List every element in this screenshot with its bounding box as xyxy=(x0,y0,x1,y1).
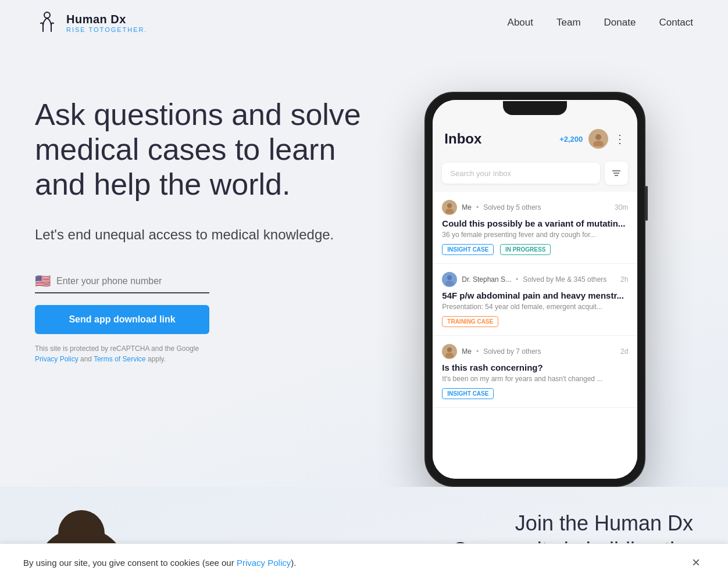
brand-tagline: RISE TOTOGETHER. xyxy=(66,26,148,33)
flag-icon: 🇺🇸 xyxy=(35,274,51,289)
search-placeholder: Search your inbox xyxy=(450,169,511,178)
cookie-suffix: ). xyxy=(291,558,296,568)
hero-section: Ask questions and solve medical cases to… xyxy=(0,45,728,487)
svg-point-3 xyxy=(595,134,601,140)
case-title: Could this possibly be a variant of muta… xyxy=(442,218,628,228)
privacy-policy-link[interactable]: Privacy Policy xyxy=(35,355,78,363)
case-meta-left: Dr. Stephan S... • Solved by Me & 345 ot… xyxy=(442,272,606,287)
nav-about[interactable]: About xyxy=(508,17,533,28)
phone-notch xyxy=(503,101,567,115)
nav-team[interactable]: Team xyxy=(556,17,581,28)
cookie-close-button[interactable]: × xyxy=(687,554,705,571)
tag-insight: INSIGHT CASE xyxy=(442,388,494,399)
tag-insight: INSIGHT CASE xyxy=(442,244,494,255)
more-icon[interactable]: ⋮ xyxy=(614,132,626,146)
app-title: Inbox xyxy=(444,131,481,147)
phone-input[interactable] xyxy=(56,276,209,286)
hero-subtitle: Let's end unequal access to medical know… xyxy=(35,225,377,245)
cookie-privacy-link[interactable]: Privacy Policy xyxy=(237,558,291,568)
tagline-blue: TO xyxy=(89,26,100,33)
svg-point-0 xyxy=(44,12,50,18)
phone-input-row: 🇺🇸 xyxy=(35,274,209,293)
case-time: 2d xyxy=(620,347,628,356)
case-solved: Solved by Me & 345 others xyxy=(523,275,606,284)
case-item[interactable]: Me • Solved by 7 others 2d Is this rash … xyxy=(433,336,637,408)
phone-mockup: Inbox +2,200 ⋮ Search your inbox xyxy=(424,92,645,487)
nav-donate[interactable]: Donate xyxy=(604,17,636,28)
cookie-text: By using our site, you give consent to c… xyxy=(23,558,296,568)
recaptcha-text: This site is protected by reCAPTCHA and … xyxy=(35,343,209,364)
cta-button[interactable]: Send app download link xyxy=(35,305,209,334)
hero-title: Ask questions and solve medical cases to… xyxy=(35,98,377,202)
case-list: Me • Solved by 5 others 30m Could this p… xyxy=(433,192,637,479)
tag-training: TRAINING CASE xyxy=(442,316,498,327)
logo-icon xyxy=(35,10,59,35)
case-meta: Me • Solved by 5 others 30m xyxy=(442,200,628,215)
case-solved: Solved by 5 others xyxy=(483,203,541,211)
terms-of-service-link[interactable]: Terms of Service xyxy=(94,355,145,363)
case-meta-left: Me • Solved by 5 others xyxy=(442,200,541,215)
case-preview: It's been on my arm for years and hasn't… xyxy=(442,375,628,383)
phone-screen: Inbox +2,200 ⋮ Search your inbox xyxy=(433,100,637,479)
case-avatar xyxy=(442,200,457,215)
case-title: 54F p/w abdominal pain and heavy menstr.… xyxy=(442,290,628,300)
svg-point-13 xyxy=(445,353,454,358)
case-item[interactable]: Me • Solved by 5 others 30m Could this p… xyxy=(433,192,637,264)
svg-point-11 xyxy=(445,281,454,286)
logo[interactable]: Human Dx RISE TOTOGETHER. xyxy=(35,10,148,35)
tagline-prefix: RISE xyxy=(66,26,89,33)
search-input[interactable]: Search your inbox xyxy=(442,163,600,184)
case-title: Is this rash concerning? xyxy=(442,363,628,372)
case-tags: TRAINING CASE xyxy=(442,315,628,327)
case-author: Me xyxy=(462,347,472,356)
case-author: Me xyxy=(462,203,472,211)
case-avatar xyxy=(442,344,457,359)
case-preview: 36 yo female presenting fever and dry co… xyxy=(442,231,628,239)
case-author: Dr. Stephan S... xyxy=(462,275,511,284)
svg-point-9 xyxy=(445,209,454,214)
case-meta: Dr. Stephan S... • Solved by Me & 345 ot… xyxy=(442,272,628,287)
user-avatar[interactable] xyxy=(588,129,608,149)
case-time: 2h xyxy=(620,275,628,284)
case-item[interactable]: Dr. Stephan S... • Solved by Me & 345 ot… xyxy=(433,264,637,336)
tagline-suffix: TOGETHER. xyxy=(100,26,148,33)
tag-inprogress: IN PROGRESS xyxy=(500,244,551,255)
svg-point-10 xyxy=(447,275,452,280)
phone-side-button xyxy=(645,186,648,221)
filter-button[interactable] xyxy=(605,162,628,185)
cookie-banner: By using our site, you give consent to c… xyxy=(0,543,728,581)
case-solved: Solved by 7 others xyxy=(483,347,541,356)
cookie-prefix: By using our site, you give consent to c… xyxy=(23,558,237,568)
app-header-right: +2,200 ⋮ xyxy=(559,129,626,149)
case-tags: INSIGHT CASE xyxy=(442,388,628,399)
case-meta: Me • Solved by 7 others 2d xyxy=(442,344,628,359)
nav-contact[interactable]: Contact xyxy=(659,17,693,28)
recaptcha-middle: and xyxy=(78,355,94,363)
nav-links: About Team Donate Contact xyxy=(508,17,693,28)
recaptcha-suffix: apply. xyxy=(146,355,166,363)
search-bar-row: Search your inbox xyxy=(433,157,637,192)
svg-point-12 xyxy=(447,347,452,352)
case-time: 30m xyxy=(615,203,628,211)
svg-point-8 xyxy=(447,203,452,208)
brand-name: Human Dx xyxy=(66,13,148,26)
navbar: Human Dx RISE TOTOGETHER. About Team Don… xyxy=(0,0,728,45)
recaptcha-prefix: This site is protected by reCAPTCHA and … xyxy=(35,345,199,353)
case-avatar xyxy=(442,272,457,287)
case-tags: INSIGHT CASE IN PROGRESS xyxy=(442,243,628,255)
svg-point-4 xyxy=(593,141,604,146)
hero-right: Inbox +2,200 ⋮ Search your inbox xyxy=(377,80,693,487)
case-meta-left: Me • Solved by 7 others xyxy=(442,344,541,359)
case-preview: Presentation: 54 year old female, emerge… xyxy=(442,303,628,311)
hero-left: Ask questions and solve medical cases to… xyxy=(35,80,377,364)
points-badge: +2,200 xyxy=(559,135,583,144)
